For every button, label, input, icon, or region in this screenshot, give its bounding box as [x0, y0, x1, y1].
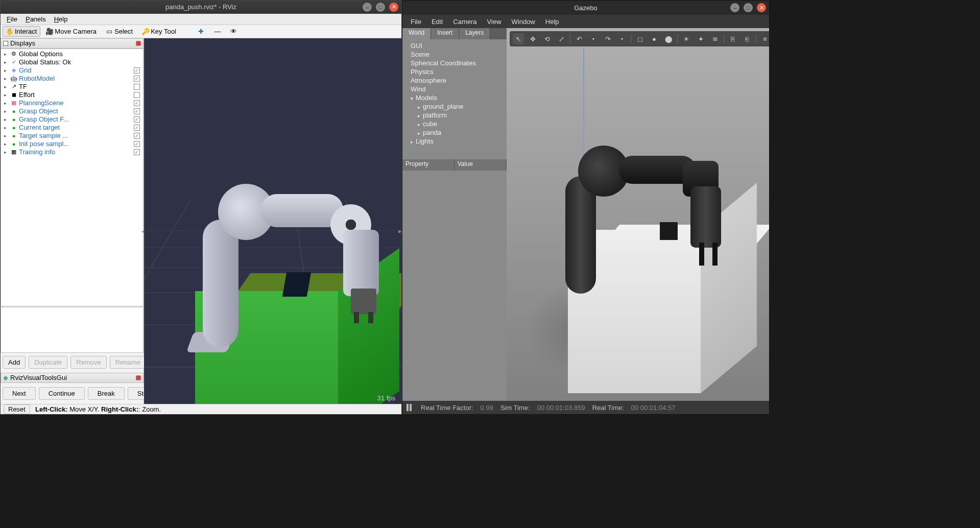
reset-button[interactable]: Reset — [4, 404, 30, 414]
tree-ground-plane[interactable]: ▸ground_plane — [407, 102, 503, 111]
chevron-right-icon[interactable]: ▸ — [4, 76, 9, 81]
rviz-titlebar[interactable]: panda_push.rviz* - RViz – □ ✕ — [1, 1, 401, 14]
tree-row[interactable]: ▸▩Training info — [3, 148, 143, 156]
copy-icon[interactable]: ⎘ — [727, 33, 738, 44]
rviz-3d-view[interactable]: 31 fps — [144, 38, 401, 404]
world-tree[interactable]: GUI Scene Spherical Coordinates Physics … — [402, 39, 507, 159]
spot-icon[interactable]: ✦ — [695, 33, 706, 44]
tree-wind[interactable]: Wind — [407, 85, 503, 93]
gazebo-3d-view[interactable]: ↖ ✥ ⟲ ⤢ ↶ ▾ ↷ ▾ ◻ ● ⬤ ☀ ✦ ≋ ⎘ ⎗ — [507, 28, 769, 401]
chevron-right-icon[interactable]: ▸ — [4, 117, 9, 122]
tree-row[interactable]: ▸▦PlanningScene — [3, 99, 143, 107]
rotate-icon[interactable]: ⟲ — [541, 33, 553, 44]
minimize-button[interactable]: – — [363, 3, 372, 12]
chevron-right-icon[interactable]: ▸ — [4, 141, 9, 147]
arrow-icon[interactable]: ↖ — [513, 33, 524, 44]
menu-help[interactable]: Help — [541, 17, 563, 27]
chevron-right-icon[interactable]: ▸ — [4, 92, 9, 98]
measure-tool[interactable]: — — [210, 26, 225, 36]
tree-row[interactable]: ▸●Current target — [3, 124, 143, 132]
checkbox[interactable] — [134, 84, 140, 90]
box-icon[interactable]: ◻ — [634, 33, 646, 44]
record-icon[interactable] — [136, 375, 141, 380]
displays-tree[interactable]: ▸⚙Global Options▸✓Global Status: Ok▸◈Gri… — [1, 49, 144, 306]
tree-row[interactable]: ▸●Grasp Object F... — [3, 115, 143, 124]
chevron-right-icon[interactable]: ▸ — [4, 150, 9, 155]
checkbox[interactable] — [134, 92, 140, 98]
checkbox[interactable] — [134, 125, 140, 131]
pause-button[interactable] — [407, 404, 414, 411]
checkbox[interactable] — [134, 149, 140, 155]
cylinder-icon[interactable]: ⬤ — [663, 33, 674, 44]
chevron-right-icon[interactable]: ▸ — [4, 109, 9, 114]
move-icon[interactable]: ✥ — [527, 33, 538, 44]
tree-lights[interactable]: ▸Lights — [407, 137, 503, 146]
redo-dd-icon[interactable]: ▾ — [616, 33, 628, 44]
tree-row[interactable]: ▸●Grasp Object — [3, 107, 143, 115]
tree-scene[interactable]: Scene — [407, 50, 503, 59]
tree-row[interactable]: ▸●Init pose sampl... — [3, 140, 143, 148]
tree-atmo[interactable]: Atmosphere — [407, 76, 503, 85]
tree-gui[interactable]: GUI — [407, 41, 503, 50]
menu-file[interactable]: File — [407, 17, 425, 27]
focus-tool[interactable]: ✚ — [194, 26, 208, 36]
checkbox[interactable] — [134, 116, 140, 123]
select-tool[interactable]: ▭Select — [102, 26, 136, 37]
tree-row[interactable]: ▸🤖RobotModel — [3, 75, 143, 83]
property-body[interactable] — [402, 171, 507, 401]
maximize-button[interactable]: □ — [744, 3, 753, 12]
tree-models[interactable]: ▾Models — [407, 93, 503, 102]
chevron-right-icon[interactable]: ▸ — [4, 68, 9, 73]
menu-camera[interactable]: Camera — [449, 17, 481, 27]
record-icon[interactable] — [136, 41, 141, 46]
tab-layers[interactable]: Layers — [459, 28, 490, 39]
tree-platform[interactable]: ▸platform — [407, 111, 503, 119]
gazebo-titlebar[interactable]: Gazebo – □ ✕ — [402, 1, 769, 15]
tree-panda[interactable]: ▸panda — [407, 128, 503, 137]
duplicate-button[interactable]: Duplicate — [29, 356, 67, 369]
rvt-header[interactable]: ◆RvizVisualToolsGui — [1, 373, 144, 383]
tree-physics[interactable]: Physics — [407, 67, 503, 76]
menu-window[interactable]: Window — [508, 17, 539, 27]
menu-panels[interactable]: Panels — [22, 14, 49, 24]
dir-icon[interactable]: ≋ — [709, 33, 721, 44]
scale-icon[interactable]: ⤢ — [556, 33, 567, 44]
chevron-right-icon[interactable]: ▸ — [4, 84, 9, 89]
checkbox[interactable] — [134, 108, 140, 114]
tab-world[interactable]: World — [402, 28, 431, 39]
undo-dd-icon[interactable]: ▾ — [588, 33, 599, 44]
menu-file[interactable]: File — [4, 14, 20, 24]
tree-sph[interactable]: Spherical Coordinates — [407, 59, 503, 67]
rename-button[interactable]: Rename — [110, 356, 146, 369]
chevron-right-icon[interactable]: ▸ — [4, 133, 9, 138]
menu-help[interactable]: Help — [51, 14, 71, 24]
close-button[interactable]: ✕ — [757, 3, 766, 12]
close-button[interactable]: ✕ — [389, 3, 398, 12]
tree-row[interactable]: ▸◼Effort — [3, 91, 143, 99]
chevron-right-icon[interactable]: ▸ — [4, 101, 9, 106]
move-camera-tool[interactable]: 🎥Move Camera — [42, 26, 100, 37]
interact-tool[interactable]: ✋Interact — [3, 26, 40, 37]
tree-row[interactable]: ▸◈Grid — [3, 66, 143, 75]
point-tool[interactable]: 👁 — [227, 26, 241, 36]
menu-view[interactable]: View — [483, 17, 506, 27]
sphere-icon[interactable]: ● — [649, 33, 660, 44]
chevron-right-icon[interactable]: ▸ — [4, 52, 9, 57]
tree-row[interactable]: ▸⚙Global Options — [3, 50, 143, 58]
tree-cube[interactable]: ▸cube — [407, 119, 503, 128]
break-button[interactable]: Break — [88, 387, 125, 400]
key-tool[interactable]: 🔑Key Tool — [138, 26, 180, 37]
chevron-right-icon[interactable]: ▸ — [4, 125, 9, 130]
chevron-right-icon[interactable]: ▸ — [4, 60, 9, 65]
undo-icon[interactable]: ↶ — [573, 33, 585, 44]
checkbox[interactable] — [134, 133, 140, 139]
next-button[interactable]: Next — [3, 387, 36, 400]
tree-row[interactable]: ▸✓Global Status: Ok — [3, 58, 143, 66]
align-icon[interactable]: ≡ — [759, 33, 769, 44]
paste-icon[interactable]: ⎗ — [742, 33, 753, 44]
tree-row[interactable]: ▸↗TF — [3, 83, 143, 91]
add-button[interactable]: Add — [3, 356, 26, 369]
redo-icon[interactable]: ↷ — [602, 33, 613, 44]
tab-insert[interactable]: Insert — [431, 28, 459, 39]
checkbox[interactable] — [134, 100, 140, 106]
